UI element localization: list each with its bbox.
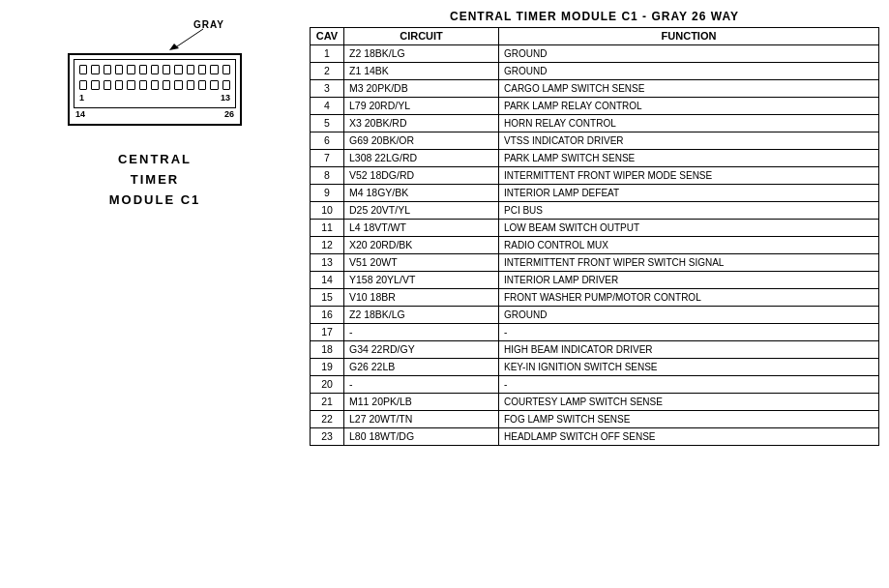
table-row: 14Y158 20YL/VTINTERIOR LAMP DRIVER (311, 272, 879, 289)
left-panel: GRAY (10, 10, 300, 578)
table-row: 18G34 22RD/GYHIGH BEAM INDICATOR DRIVER (311, 341, 879, 359)
table-row: 6G69 20BK/ORVTSS INDICATOR DRIVER (311, 132, 879, 150)
table-cell-10-1: L4 18VT/WT (344, 220, 499, 237)
table-cell-20-1: M11 20PK/LB (344, 394, 499, 411)
table-cell-21-2: FOG LAMP SWITCH SENSE (499, 411, 879, 428)
header-circuit: CIRCUIT (344, 28, 499, 45)
table-cell-21-1: L27 20WT/TN (344, 411, 499, 428)
table-row: 9M4 18GY/BKINTERIOR LAMP DEFEAT (311, 185, 879, 202)
table-cell-19-0: 20 (311, 376, 344, 394)
table-cell-6-1: L308 22LG/RD (344, 150, 499, 167)
table-cell-16-2: - (499, 324, 879, 341)
table-cell-12-2: INTERMITTENT FRONT WIPER SWITCH SIGNAL (499, 254, 879, 272)
table-cell-15-2: GROUND (499, 307, 879, 324)
table-cell-6-0: 7 (311, 150, 344, 167)
table-cell-10-0: 11 (311, 220, 344, 237)
pin-top-right: 13 (221, 93, 230, 103)
table-cell-4-2: HORN RELAY CONTROL (499, 115, 879, 132)
table-cell-8-2: INTERIOR LAMP DEFEAT (499, 185, 879, 202)
table-cell-14-2: FRONT WASHER PUMP/MOTOR CONTROL (499, 289, 879, 307)
right-panel: CENTRAL TIMER MODULE C1 - GRAY 26 WAY CA… (310, 10, 879, 578)
table-row: 1Z2 18BK/LGGROUND (311, 45, 879, 63)
table-cell-22-1: L80 18WT/DG (344, 428, 499, 446)
table-cell-18-0: 19 (311, 359, 344, 376)
table-cell-15-1: Z2 18BK/LG (344, 307, 499, 324)
table-cell-13-0: 14 (311, 272, 344, 289)
table-row: 21M11 20PK/LBCOURTESY LAMP SWITCH SENSE (311, 394, 879, 411)
table-row: 17-- (311, 324, 879, 341)
main-container: GRAY (0, 0, 889, 588)
table-cell-21-0: 22 (311, 411, 344, 428)
table-row: 12X20 20RD/BKRADIO CONTROL MUX (311, 237, 879, 254)
table-cell-22-2: HEADLAMP SWITCH OFF SENSE (499, 428, 879, 446)
table-cell-16-0: 17 (311, 324, 344, 341)
table-cell-5-0: 6 (311, 132, 344, 150)
svg-marker-1 (169, 44, 179, 50)
table-cell-17-0: 18 (311, 341, 344, 359)
connector-diagram: GRAY (29, 19, 281, 126)
table-cell-7-2: INTERMITTENT FRONT WIPER MODE SENSE (499, 167, 879, 185)
table-cell-9-0: 10 (311, 202, 344, 220)
table-row: 11L4 18VT/WTLOW BEAM SWITCH OUTPUT (311, 220, 879, 237)
table-cell-22-0: 23 (311, 428, 344, 446)
table-cell-18-2: KEY-IN IGNITION SWITCH SENSE (499, 359, 879, 376)
table-cell-2-1: M3 20PK/DB (344, 80, 499, 98)
table-cell-9-1: D25 20VT/YL (344, 202, 499, 220)
table-cell-11-0: 12 (311, 237, 344, 254)
gray-label: GRAY (193, 19, 224, 30)
table-cell-20-0: 21 (311, 394, 344, 411)
table-cell-8-0: 9 (311, 185, 344, 202)
table-cell-12-1: V51 20WT (344, 254, 499, 272)
table-cell-2-2: CARGO LAMP SWITCH SENSE (499, 80, 879, 98)
table-cell-13-1: Y158 20YL/VT (344, 272, 499, 289)
table-cell-20-2: COURTESY LAMP SWITCH SENSE (499, 394, 879, 411)
table-cell-12-0: 13 (311, 254, 344, 272)
header-function: FUNCTION (499, 28, 879, 45)
table-row: 4L79 20RD/YLPARK LAMP RELAY CONTROL (311, 98, 879, 115)
table-title: CENTRAL TIMER MODULE C1 - GRAY 26 WAY (310, 10, 879, 23)
table-cell-1-2: GROUND (499, 63, 879, 80)
table-cell-11-2: RADIO CONTROL MUX (499, 237, 879, 254)
table-cell-6-2: PARK LAMP SWITCH SENSE (499, 150, 879, 167)
table-row: 15V10 18BRFRONT WASHER PUMP/MOTOR CONTRO… (311, 289, 879, 307)
table-cell-11-1: X20 20RD/BK (344, 237, 499, 254)
table-row: 3M3 20PK/DBCARGO LAMP SWITCH SENSE (311, 80, 879, 98)
table-cell-1-1: Z1 14BK (344, 63, 499, 80)
pin-bottom-left: 14 (75, 109, 85, 119)
table-cell-1-0: 2 (311, 63, 344, 80)
table-row: 10D25 20VT/YLPCI BUS (311, 202, 879, 220)
table-cell-19-1: - (344, 376, 499, 394)
table-row: 19G26 22LBKEY-IN IGNITION SWITCH SENSE (311, 359, 879, 376)
table-cell-2-0: 3 (311, 80, 344, 98)
header-cav: CAV (311, 28, 344, 45)
table-cell-3-2: PARK LAMP RELAY CONTROL (499, 98, 879, 115)
table-row: 16Z2 18BK/LGGROUND (311, 307, 879, 324)
table-cell-15-0: 16 (311, 307, 344, 324)
table-cell-10-2: LOW BEAM SWITCH OUTPUT (499, 220, 879, 237)
table-row: 22L27 20WT/TNFOG LAMP SWITCH SENSE (311, 411, 879, 428)
module-label: CENTRAL TIMER MODULE C1 (109, 150, 201, 210)
table-cell-0-0: 1 (311, 45, 344, 63)
table-row: 23L80 18WT/DGHEADLAMP SWITCH OFF SENSE (311, 428, 879, 446)
pin-top-left: 1 (79, 93, 84, 103)
table-row: 8V52 18DG/RDINTERMITTENT FRONT WIPER MOD… (311, 167, 879, 185)
table-cell-17-1: G34 22RD/GY (344, 341, 499, 359)
pin-bottom-right: 26 (224, 109, 234, 119)
table-row: 20-- (311, 376, 879, 394)
table-cell-14-1: V10 18BR (344, 289, 499, 307)
table-cell-5-2: VTSS INDICATOR DRIVER (499, 132, 879, 150)
table-header-row: CAV CIRCUIT FUNCTION (311, 28, 879, 45)
table-cell-14-0: 15 (311, 289, 344, 307)
table-cell-3-1: L79 20RD/YL (344, 98, 499, 115)
table-cell-0-1: Z2 18BK/LG (344, 45, 499, 63)
table-cell-7-0: 8 (311, 167, 344, 185)
table-row: 5X3 20BK/RDHORN RELAY CONTROL (311, 115, 879, 132)
table-cell-8-1: M4 18GY/BK (344, 185, 499, 202)
table-cell-4-0: 5 (311, 115, 344, 132)
table-cell-16-1: - (344, 324, 499, 341)
table-cell-3-0: 4 (311, 98, 344, 115)
table-cell-9-2: PCI BUS (499, 202, 879, 220)
table-row: 7L308 22LG/RDPARK LAMP SWITCH SENSE (311, 150, 879, 167)
table-cell-4-1: X3 20BK/RD (344, 115, 499, 132)
table-cell-19-2: - (499, 376, 879, 394)
